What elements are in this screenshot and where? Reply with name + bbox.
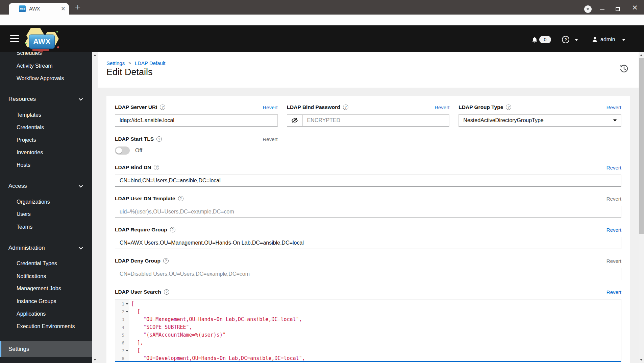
sidebar-item-label: Activity Stream	[17, 63, 53, 69]
field-label-row: LDAP Bind Password?Revert	[287, 104, 450, 111]
history-icon[interactable]	[619, 64, 629, 74]
scrollbar-thumb[interactable]	[639, 58, 644, 234]
tab-close-icon[interactable]: ×	[61, 3, 66, 15]
sidebar-item-resources[interactable]: Resources	[0, 96, 92, 103]
help-caret-down-icon[interactable]	[575, 39, 578, 41]
username-label[interactable]: admin	[600, 37, 615, 43]
revert-button-ldap-group-type[interactable]: Revert	[606, 105, 621, 110]
help-icon[interactable]: ?	[562, 36, 569, 43]
code-line: 1[	[115, 300, 621, 308]
user-menu-caret-down-icon[interactable]	[622, 39, 625, 41]
nav-toggle-hamburger-icon[interactable]	[10, 35, 19, 42]
field-label-ldap-user-dn-template: LDAP User DN Template?	[115, 196, 183, 202]
sidebar-item-management-jobs[interactable]: Management Jobs	[0, 285, 92, 292]
sidebar-item-credential-types[interactable]: Credential Types	[0, 260, 92, 267]
chevron-down-icon	[78, 247, 83, 250]
help-popover-icon[interactable]: ?	[156, 136, 162, 142]
fold-spacer	[124, 316, 129, 323]
fold-caret-icon[interactable]	[124, 308, 129, 316]
breadcrumb-settings-link[interactable]: Settings	[106, 60, 125, 67]
help-popover-icon[interactable]: ?	[164, 289, 169, 295]
awx-logo[interactable]: AWX	[25, 28, 59, 53]
text-input-ldap-require-group[interactable]: CN=AWX Users,OU=Management,OU=Hands-On L…	[115, 237, 621, 249]
scroll-down-arrow-icon[interactable]	[94, 359, 96, 361]
help-popover-icon[interactable]: ?	[154, 165, 159, 170]
help-popover-icon[interactable]: ?	[160, 105, 165, 110]
scroll-down-arrow-icon[interactable]	[640, 359, 643, 361]
sidebar-item-teams[interactable]: Teams	[0, 224, 92, 230]
sidebar-item-users[interactable]: Users	[0, 211, 92, 218]
form-field-ldap-start-tls: LDAP Start TLS?RevertOff	[115, 136, 278, 155]
sidebar-item-inventories[interactable]: Inventories	[0, 149, 92, 156]
sidebar-item-label: Instance Groups	[17, 298, 56, 304]
code-text: "OU=Management,OU=Hands-On Lab,DC=ansibl…	[129, 316, 302, 323]
text-input-ldap-deny-group[interactable]: CN=Disabled Users,OU=Users,DC=example,DC…	[115, 268, 621, 280]
line-number: 7	[115, 347, 124, 355]
sidebar-item-settings-selected[interactable]: Settings	[0, 341, 92, 357]
revert-button-ldap-server-uri[interactable]: Revert	[263, 105, 277, 110]
text-input-ldap-user-dn-template[interactable]: uid=%(user)s,OU=Users,DC=example,DC=com	[115, 206, 621, 218]
sidebar-item-label: Hosts	[17, 162, 30, 168]
sidebar-item-templates[interactable]: Templates	[0, 112, 92, 118]
line-number: 5	[115, 331, 124, 339]
sidebar-item-label: Applications	[17, 311, 46, 317]
sidebar-item-instance-groups[interactable]: Instance Groups	[0, 298, 92, 305]
help-popover-icon[interactable]: ?	[178, 196, 183, 201]
logo-node-dot	[56, 31, 58, 32]
browser-tab[interactable]: AWX AWX ×	[9, 3, 69, 15]
sidebar-scrollbar[interactable]	[92, 52, 98, 363]
password-input-ldap-bind-password[interactable]: ENCRYPTED	[303, 115, 449, 126]
fold-caret-icon[interactable]	[124, 347, 129, 355]
revert-button-ldap-bind-password[interactable]: Revert	[435, 105, 449, 110]
sidebar-item-credentials[interactable]: Credentials	[0, 124, 92, 131]
help-popover-icon[interactable]: ?	[170, 227, 175, 232]
fold-spacer	[124, 355, 129, 362]
sidebar-item-access[interactable]: Access	[0, 183, 92, 189]
sidebar-item-projects[interactable]: Projects	[0, 137, 92, 143]
settings-form-card: LDAP Server URI?Revertldap://dc1.ansible…	[106, 96, 630, 363]
form-row-2: LDAP Start TLS?RevertOff	[115, 136, 621, 155]
toggle-state-label: Off	[135, 148, 142, 154]
select-ldap-group-type[interactable]: NestedActiveDirectoryGroupType	[459, 114, 621, 127]
show-password-eye-slash-icon[interactable]	[287, 115, 303, 126]
select-value: NestedActiveDirectoryGroupType	[463, 117, 543, 123]
scroll-up-arrow-icon[interactable]	[94, 54, 96, 56]
awx-masthead: AWX 0 ? admin	[0, 25, 644, 52]
help-popover-icon[interactable]: ?	[163, 258, 169, 264]
window-maximize-button[interactable]	[616, 7, 620, 11]
help-popover-icon[interactable]: ?	[343, 105, 348, 110]
sidebar-item-execution-environments[interactable]: Execution Environments	[0, 323, 92, 330]
revert-button-ldap-require-group[interactable]: Revert	[606, 227, 621, 233]
page-scrollbar[interactable]	[639, 52, 644, 363]
text-input-ldap-bind-dn[interactable]: CN=bind,CN=Users,DC=ansible,DC=local	[115, 175, 621, 187]
code-editor-ldap-user-search[interactable]: 1[2 [3 "OU=Management,OU=Hands-On Lab,DC…	[115, 299, 621, 362]
sidebar-item-applications[interactable]: Applications	[0, 311, 92, 317]
sidebar-item-workflow-approvals[interactable]: Workflow Approvals	[0, 75, 92, 82]
sidebar-item-notifications[interactable]: Notifications	[0, 273, 92, 280]
sidebar-item-hosts[interactable]: Hosts	[0, 162, 92, 168]
text-input-ldap-server-uri[interactable]: ldap://dc1.ansible.local	[115, 114, 278, 127]
code-line: 5 "(sAMAccountName=%(user)s)"	[115, 331, 621, 339]
field-label-text: LDAP Deny Group	[115, 258, 160, 264]
breadcrumb-current-link[interactable]: LDAP Default	[135, 60, 166, 67]
sidebar-item-label: Management Jobs	[17, 286, 61, 291]
input-placeholder: uid=%(user)s,OU=Users,DC=example,DC=com	[120, 209, 234, 215]
window-minimize-button[interactable]	[600, 9, 604, 10]
new-tab-button[interactable]: +	[73, 3, 82, 12]
sidebar-item-organizations[interactable]: Organizations	[0, 199, 92, 205]
window-close-button[interactable]: ×	[630, 2, 640, 13]
revert-button-ldap-user-search[interactable]: Revert	[606, 289, 621, 295]
sidebar-item-administration[interactable]: Administration	[0, 245, 92, 251]
fold-caret-icon[interactable]	[124, 300, 129, 308]
revert-button-ldap-bind-dn[interactable]: Revert	[606, 165, 621, 171]
sidebar-item-label: Organizations	[17, 199, 50, 205]
scroll-up-arrow-icon[interactable]	[640, 54, 643, 56]
form-field-ldap-bind-password: LDAP Bind Password?RevertENCRYPTED	[287, 104, 450, 127]
toggle-switch-ldap-start-tls[interactable]	[115, 146, 130, 155]
fold-spacer	[124, 323, 129, 331]
tab-search-icon[interactable]	[584, 5, 592, 13]
fold-spacer	[124, 339, 129, 347]
sidebar-item-activity-stream[interactable]: Activity Stream	[0, 63, 92, 69]
help-popover-icon[interactable]: ?	[506, 105, 511, 110]
notifications-bell-icon[interactable]	[531, 36, 538, 43]
